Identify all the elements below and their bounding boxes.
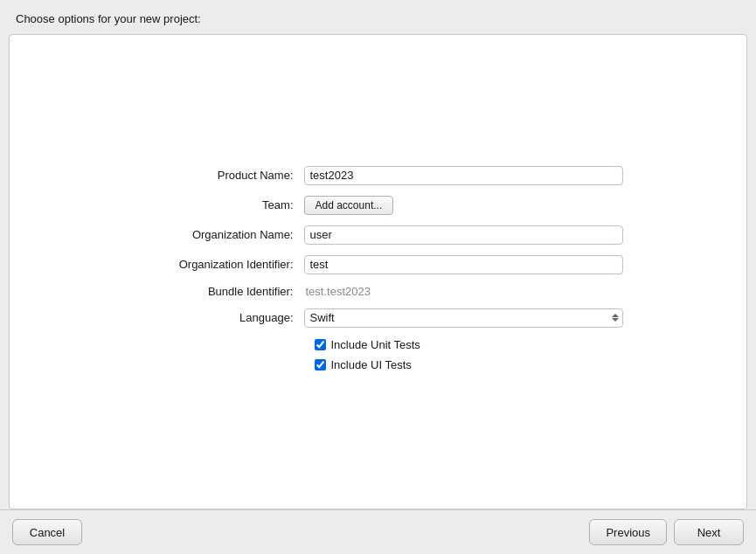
bundle-identifier-value: test.test2023 xyxy=(304,285,371,298)
include-ui-tests-checkbox[interactable] xyxy=(315,359,326,370)
header-title: Choose options for your new project: xyxy=(16,12,201,25)
include-unit-tests-label[interactable]: Include Unit Tests xyxy=(331,338,420,351)
org-name-label: Organization Name: xyxy=(134,228,304,241)
cancel-button[interactable]: Cancel xyxy=(12,519,82,545)
language-row: Language: Swift Objective-C xyxy=(134,308,623,328)
previous-button[interactable]: Previous xyxy=(589,519,667,545)
footer: Cancel Previous Next xyxy=(0,509,756,554)
bundle-identifier-label: Bundle Identifier: xyxy=(134,285,304,298)
add-account-button[interactable]: Add account... xyxy=(304,196,394,215)
include-unit-tests-row: Include Unit Tests xyxy=(134,338,623,351)
include-ui-tests-label[interactable]: Include UI Tests xyxy=(331,358,412,371)
language-select-wrapper: Swift Objective-C xyxy=(304,308,623,328)
org-identifier-input[interactable] xyxy=(304,255,623,274)
next-button[interactable]: Next xyxy=(674,519,744,545)
language-select[interactable]: Swift Objective-C xyxy=(304,308,623,328)
team-row: Team: Add account... xyxy=(134,196,623,215)
include-ui-tests-row: Include UI Tests xyxy=(134,358,623,371)
language-label: Language: xyxy=(134,311,304,324)
footer-right: Previous Next xyxy=(589,519,744,545)
include-unit-tests-checkbox[interactable] xyxy=(315,339,326,350)
org-name-input[interactable] xyxy=(304,225,623,245)
form-container: Product Name: Team: Add account... Organ… xyxy=(10,149,746,396)
main-content: Product Name: Team: Add account... Organ… xyxy=(9,34,747,509)
org-name-row: Organization Name: xyxy=(134,225,623,245)
header: Choose options for your new project: xyxy=(0,0,756,34)
team-label: Team: xyxy=(134,198,304,211)
product-name-row: Product Name: xyxy=(134,166,623,185)
bundle-identifier-row: Bundle Identifier: test.test2023 xyxy=(134,285,623,298)
product-name-label: Product Name: xyxy=(134,169,304,182)
product-name-input[interactable] xyxy=(304,166,623,185)
org-identifier-row: Organization Identifier: xyxy=(134,255,623,274)
org-identifier-label: Organization Identifier: xyxy=(134,258,304,271)
footer-left: Cancel xyxy=(12,519,82,545)
